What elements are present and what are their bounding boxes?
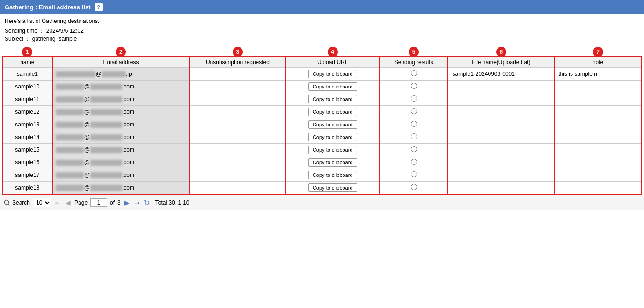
- refresh-button[interactable]: ↻: [144, 198, 150, 207]
- cell-email: ██████@████████.com: [52, 81, 190, 93]
- cell-name: sample17: [2, 169, 52, 182]
- column-badge-1: 1: [22, 47, 32, 57]
- sending-time-label: Sending time: [5, 28, 37, 34]
- cell-sending: [380, 156, 448, 169]
- cell-note: this is sample n: [554, 68, 642, 81]
- table-row: sample17██████@████████.comCopy to clipb…: [2, 169, 642, 182]
- first-page-button[interactable]: ⇤: [54, 199, 62, 206]
- sending-circle-indicator: [411, 133, 417, 139]
- column-badge-7: 7: [593, 47, 603, 57]
- copy-to-clipboard-button[interactable]: Copy to clipboard: [308, 95, 357, 103]
- footer-bar: Search 10 20 50 ⇤ ◀ Page of 3 ▶ ⇥ ↻ Tota…: [0, 195, 644, 210]
- sending-circle-indicator: [411, 70, 417, 76]
- copy-to-clipboard-button[interactable]: Copy to clipboard: [308, 183, 357, 192]
- copy-to-clipboard-button[interactable]: Copy to clipboard: [308, 82, 357, 91]
- cell-unsub: [190, 169, 286, 182]
- table-area: 1234567 name Email address: [2, 47, 642, 195]
- cell-filename: [448, 131, 554, 144]
- cell-note: [554, 156, 642, 169]
- cell-url: Copy to clipboard: [286, 93, 380, 106]
- cell-url: Copy to clipboard: [286, 118, 380, 131]
- help-icon[interactable]: ?: [95, 3, 103, 11]
- table-row: sample15██████@████████.comCopy to clipb…: [2, 144, 642, 156]
- cell-name: sample11: [2, 93, 52, 106]
- cell-name: sample10: [2, 81, 52, 93]
- table-header: name Email address Unsubscription reques…: [2, 57, 642, 68]
- table-row: sample14██████@████████.comCopy to clipb…: [2, 131, 642, 144]
- cell-url: Copy to clipboard: [286, 68, 380, 81]
- cell-unsub: [190, 156, 286, 169]
- next-page-button[interactable]: ▶: [124, 199, 131, 206]
- cell-url: Copy to clipboard: [286, 182, 380, 195]
- cell-filename: [448, 106, 554, 118]
- copy-to-clipboard-button[interactable]: Copy to clipboard: [308, 171, 357, 179]
- sending-circle-indicator: [411, 108, 417, 114]
- copy-to-clipboard-button[interactable]: Copy to clipboard: [308, 146, 357, 154]
- table-row: sample11██████@████████.comCopy to clipb…: [2, 93, 642, 106]
- column-badge-4: 4: [328, 47, 338, 57]
- page-input[interactable]: [90, 198, 107, 207]
- title-bar: Gathering : Email address list ?: [0, 0, 644, 14]
- page-title: Gathering : Email address list: [5, 4, 91, 11]
- cell-url: Copy to clipboard: [286, 81, 380, 93]
- cell-note: [554, 169, 642, 182]
- sending-circle-indicator: [411, 121, 417, 127]
- sending-circle-indicator: [411, 184, 417, 190]
- cell-unsub: [190, 68, 286, 81]
- cell-sending: [380, 118, 448, 131]
- cell-unsub: [190, 81, 286, 93]
- search-button[interactable]: Search: [4, 199, 30, 206]
- subtitle: Here's a list of Gathering destinations.: [0, 14, 644, 26]
- sending-circle-indicator: [411, 171, 417, 177]
- copy-to-clipboard-button[interactable]: Copy to clipboard: [308, 108, 357, 116]
- svg-point-0: [5, 200, 9, 205]
- cell-name: sample18: [2, 182, 52, 195]
- cell-sending: [380, 68, 448, 81]
- cell-note: [554, 131, 642, 144]
- cell-name: sample15: [2, 144, 52, 156]
- cell-sending: [380, 81, 448, 93]
- col-header-unsub: Unsubscription requested: [190, 57, 286, 68]
- subject-label: Subject: [5, 36, 23, 42]
- cell-filename: [448, 118, 554, 131]
- cell-email: ██████@████████.com: [52, 144, 190, 156]
- svg-line-1: [8, 204, 10, 206]
- subject-value: gathering_sample: [32, 36, 77, 42]
- cell-sending: [380, 144, 448, 156]
- cell-email: ██████@████████.com: [52, 156, 190, 169]
- cell-url: Copy to clipboard: [286, 106, 380, 118]
- column-badge-3: 3: [233, 47, 243, 57]
- table-row: sample18██████@████████.comCopy to clipb…: [2, 182, 642, 195]
- copy-to-clipboard-button[interactable]: Copy to clipboard: [308, 158, 357, 167]
- prev-page-button[interactable]: ◀: [65, 199, 72, 206]
- cell-note: [554, 144, 642, 156]
- cell-filename: [448, 156, 554, 169]
- last-page-button[interactable]: ⇥: [133, 199, 141, 206]
- cell-url: Copy to clipboard: [286, 156, 380, 169]
- page-label: Page: [74, 199, 88, 206]
- copy-to-clipboard-button[interactable]: Copy to clipboard: [308, 70, 357, 78]
- cell-name: sample12: [2, 106, 52, 118]
- copy-to-clipboard-button[interactable]: Copy to clipboard: [308, 133, 357, 141]
- copy-to-clipboard-button[interactable]: Copy to clipboard: [308, 120, 357, 129]
- cell-url: Copy to clipboard: [286, 144, 380, 156]
- table-row: sample1██████████@██████.jpCopy to clipb…: [2, 68, 642, 81]
- cell-email: ██████@████████.com: [52, 106, 190, 118]
- col-header-name: name: [2, 57, 52, 68]
- cell-sending: [380, 106, 448, 118]
- sending-circle-indicator: [411, 159, 417, 165]
- col-header-url: Upload URL: [286, 57, 380, 68]
- cell-email: ██████@████████.com: [52, 118, 190, 131]
- cell-unsub: [190, 131, 286, 144]
- cell-name: sample1: [2, 68, 52, 81]
- col-header-filename: File name(Uploaded at): [448, 57, 554, 68]
- sending-circle-indicator: [411, 83, 417, 89]
- cell-email: ██████@████████.com: [52, 169, 190, 182]
- column-badge-5: 5: [409, 47, 419, 57]
- cell-name: sample16: [2, 156, 52, 169]
- cell-sending: [380, 93, 448, 106]
- cell-email: ██████@████████.com: [52, 93, 190, 106]
- per-page-select[interactable]: 10 20 50: [33, 198, 51, 207]
- cell-note: [554, 106, 642, 118]
- cell-note: [554, 182, 642, 195]
